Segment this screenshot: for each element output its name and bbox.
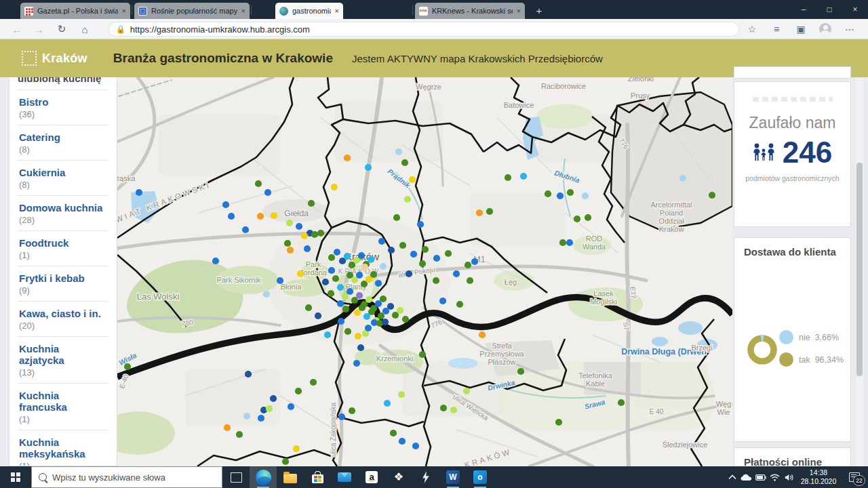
map-point[interactable] bbox=[410, 251, 417, 258]
map-point[interactable] bbox=[397, 307, 403, 314]
map-point[interactable] bbox=[412, 443, 419, 449]
tab-close-icon[interactable]: × bbox=[122, 7, 126, 15]
browser-tab[interactable]: gastronomia× bbox=[275, 3, 343, 19]
map-point[interactable] bbox=[555, 419, 562, 426]
page-scrollbar[interactable] bbox=[856, 77, 863, 466]
map-point[interactable] bbox=[315, 312, 321, 319]
map-point[interactable] bbox=[585, 214, 591, 221]
map-point[interactable] bbox=[287, 247, 294, 253]
map-point[interactable] bbox=[236, 431, 243, 438]
map-point[interactable] bbox=[338, 413, 345, 420]
map-point[interactable] bbox=[419, 351, 426, 358]
tab-close-icon[interactable]: × bbox=[517, 7, 521, 15]
map-point[interactable] bbox=[317, 230, 324, 237]
map-point[interactable] bbox=[263, 291, 270, 298]
tab-close-icon[interactable]: × bbox=[335, 7, 339, 15]
map-point[interactable] bbox=[328, 267, 335, 274]
category-label[interactable]: Kuchnia francuska bbox=[19, 390, 107, 413]
map-point[interactable] bbox=[679, 175, 686, 182]
map-point[interactable] bbox=[393, 214, 400, 221]
map-point[interactable] bbox=[322, 279, 329, 285]
browser-tab[interactable]: Gazeta.pl - Polska i świat - wiado× bbox=[20, 3, 130, 19]
map-point[interactable] bbox=[398, 391, 405, 398]
taskbar-explorer-button[interactable] bbox=[277, 466, 304, 488]
map-point[interactable] bbox=[243, 413, 250, 420]
map-point[interactable] bbox=[365, 325, 372, 331]
map-point[interactable] bbox=[356, 292, 363, 299]
map-point[interactable] bbox=[445, 250, 452, 257]
category-label[interactable]: Domowa kuchnia bbox=[19, 202, 107, 214]
map-point[interactable] bbox=[277, 277, 283, 284]
map-point[interactable] bbox=[357, 344, 364, 351]
action-center-button[interactable]: 22 bbox=[841, 466, 868, 488]
map-point[interactable] bbox=[709, 192, 715, 199]
map-point[interactable] bbox=[255, 180, 262, 187]
map-point[interactable] bbox=[266, 405, 273, 412]
map-point[interactable] bbox=[567, 189, 574, 196]
map-point[interactable] bbox=[282, 458, 289, 465]
map-point[interactable] bbox=[296, 223, 302, 230]
map-point[interactable] bbox=[574, 216, 580, 222]
address-bar[interactable]: 🔒 https://gastronomia-umkrakow.hub.arcgi… bbox=[108, 22, 739, 37]
taskbar-mail-button[interactable] bbox=[331, 466, 358, 488]
map-point[interactable] bbox=[334, 249, 340, 256]
category-label[interactable]: Kuchnia azjatycka bbox=[19, 343, 107, 366]
map-point[interactable] bbox=[258, 415, 264, 422]
new-tab-button[interactable]: + bbox=[532, 3, 547, 18]
krakow-logo[interactable]: Kraków bbox=[22, 51, 87, 66]
map-point[interactable] bbox=[387, 303, 394, 310]
map-point[interactable] bbox=[324, 331, 331, 338]
map-point[interactable] bbox=[344, 253, 351, 260]
collections-icon[interactable]: ▣ bbox=[792, 19, 810, 39]
home-icon[interactable]: ⌂ bbox=[75, 19, 95, 39]
tray-chevron-icon[interactable] bbox=[725, 466, 739, 488]
map-point[interactable] bbox=[368, 256, 374, 263]
map-point[interactable] bbox=[388, 247, 395, 253]
sidebar-item-frytki-i-kebab[interactable]: Frytki i kebab(9) bbox=[18, 266, 108, 302]
map-point[interactable] bbox=[342, 306, 349, 312]
category-label[interactable]: Cukiernia bbox=[19, 167, 107, 178]
map-point[interactable] bbox=[365, 164, 372, 171]
browser-tab[interactable]: Rośnie popularność mapy krako× bbox=[134, 3, 250, 19]
map-point[interactable] bbox=[361, 264, 368, 270]
map-point[interactable] bbox=[304, 245, 311, 252]
map-point[interactable] bbox=[332, 275, 339, 282]
map-point[interactable] bbox=[347, 288, 353, 295]
map-point[interactable] bbox=[618, 399, 625, 406]
map-point[interactable] bbox=[375, 280, 382, 287]
map-point[interactable] bbox=[245, 371, 252, 378]
taskbar-clock[interactable]: 14:38 28.10.2020 bbox=[796, 468, 841, 486]
tab-close-icon[interactable]: × bbox=[241, 7, 245, 15]
map-point[interactable] bbox=[288, 403, 294, 410]
taskbar-store-button[interactable] bbox=[304, 466, 331, 488]
sidebar-item-cukiernia[interactable]: Cukiernia(8) bbox=[18, 161, 108, 196]
browser-tab[interactable]: KRKnews - Krakowski serwis info× bbox=[415, 3, 525, 19]
map-point[interactable] bbox=[582, 192, 589, 199]
maximize-button[interactable]: □ bbox=[816, 0, 842, 19]
map-point[interactable] bbox=[439, 298, 446, 304]
map-point[interactable] bbox=[328, 254, 335, 261]
speaker-icon[interactable] bbox=[782, 466, 796, 488]
map-point[interactable] bbox=[402, 316, 409, 323]
sidebar-item-kawa-ciasto-i-in-[interactable]: Kawa, ciasto i in.(20) bbox=[18, 302, 108, 337]
map-point[interactable] bbox=[370, 271, 377, 278]
map-point[interactable] bbox=[517, 368, 524, 375]
map-point[interactable] bbox=[384, 400, 391, 407]
start-button[interactable] bbox=[0, 466, 31, 488]
back-icon[interactable]: ← bbox=[7, 19, 27, 39]
map-point[interactable] bbox=[368, 308, 375, 315]
map-point[interactable] bbox=[295, 388, 302, 394]
map-point[interactable] bbox=[566, 239, 573, 246]
map-point[interactable] bbox=[463, 388, 470, 394]
map-point[interactable] bbox=[301, 232, 308, 239]
refresh-icon[interactable]: ↻ bbox=[52, 19, 72, 39]
map-point[interactable] bbox=[433, 277, 439, 284]
sidebar-item-kuchnia-meksyka-ska[interactable]: Kuchnia meksykańska(1) bbox=[18, 430, 108, 466]
taskbar-amazon-button[interactable]: a bbox=[358, 466, 385, 488]
map-point[interactable] bbox=[353, 360, 360, 367]
browser-menu-icon[interactable]: ⋯ bbox=[841, 19, 859, 39]
map-point[interactable] bbox=[264, 189, 271, 196]
map-point[interactable] bbox=[331, 184, 338, 190]
map-point[interactable] bbox=[520, 173, 527, 180]
map-point[interactable] bbox=[338, 318, 344, 325]
